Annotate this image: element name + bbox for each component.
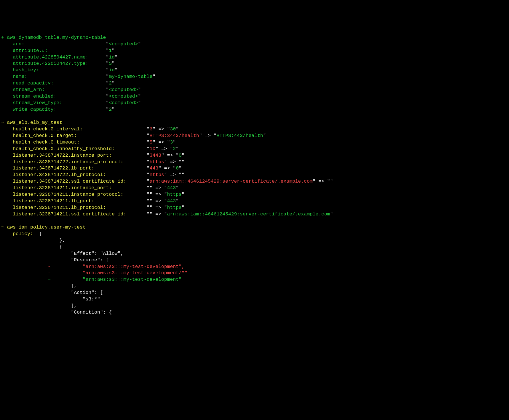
attr-row: attribute.#: "1" (1, 48, 115, 53)
policy-row: { (1, 244, 62, 250)
policy-row: ], (1, 303, 77, 308)
change-row: listener.3438714722.instance_protocol: "… (1, 159, 185, 165)
change-row: listener.3438714722.lb_protocol: "https"… (1, 172, 185, 177)
terraform-plan-output: + aws_dynamodb_table.my-dynamo-table arn… (0, 33, 509, 318)
attr-row: attribute.4228504427.name: "id" (1, 54, 118, 60)
attr-row: attribute.4228504427.type: "S" (1, 61, 115, 66)
attr-row: stream_arn: "<computed>" (1, 87, 141, 92)
change-row: listener.3238714211.instance_protocol: "… (1, 192, 185, 197)
resource-header: ~ aws_elb.elb_my_test (1, 120, 62, 125)
resource-header: + aws_dynamodb_table.my-dynamo-table (1, 35, 106, 40)
change-row: health_check.0.interval: "6" => "30" (1, 126, 179, 132)
policy-row: "s3:*" (1, 296, 100, 302)
change-row: health_check.0.timeout: "5" => "3" (1, 140, 176, 145)
attr-row: name: "my-dynamo-table" (1, 74, 155, 79)
change-row: listener.3238714211.lb_protocol: "" => "… (1, 205, 185, 210)
policy-row: policy: } (1, 231, 42, 237)
policy-row: ], (1, 283, 77, 289)
change-row: health_check.0.target: "HTTPS:3443/healt… (1, 133, 266, 138)
policy-row: "Resource": [ (1, 257, 109, 263)
change-row: listener.3238714211.lb_port: "" => "443" (1, 198, 179, 204)
change-row: health_check.0.unhealthy_threshold: "10"… (1, 146, 179, 152)
policy-row: - "arn:aws:s3:::my-test-development/*" (1, 270, 187, 276)
change-row: listener.3238714211.ssl_certificate_id: … (1, 211, 333, 217)
attr-row: arn: "<computed>" (1, 41, 141, 47)
change-row: listener.3438714722.ssl_certificate_id: … (1, 179, 333, 184)
policy-row: + "arn:aws:s3:::my-test-development" (1, 277, 182, 282)
policy-row: "Action": [ (1, 290, 103, 295)
policy-row: "Effect": "Allow", (1, 251, 123, 256)
attr-row: write_capacity: "2" (1, 107, 115, 112)
resource-header: ~ aws_iam_policy.user-my-test (1, 225, 86, 230)
policy-row: - "arn:aws:s3:::my-test-development", (1, 264, 185, 269)
policy-row: }, (1, 238, 65, 243)
attr-row: read_capacity: "2" (1, 80, 115, 86)
attr-row: hash_key: "id" (1, 67, 118, 73)
attr-row: stream_view_type: "<computed>" (1, 100, 141, 106)
attr-row: stream_enabled: "<computed>" (1, 94, 141, 99)
change-row: listener.3238714211.instance_port: "" =>… (1, 185, 179, 191)
change-row: listener.3438714722.instance_port: "3443… (1, 153, 185, 158)
change-row: listener.3438714722.lb_port: "443" => "0… (1, 165, 182, 171)
policy-row: "Condition": { (1, 310, 112, 315)
